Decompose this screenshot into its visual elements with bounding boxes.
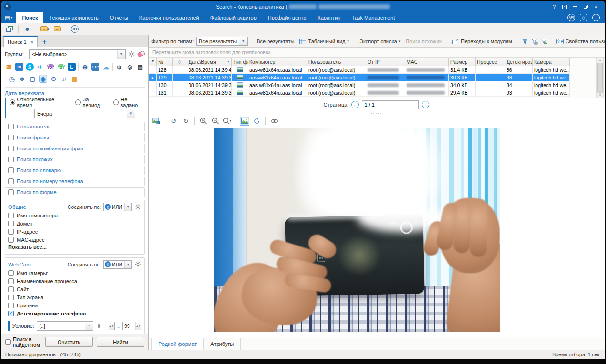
mail-channel-icon[interactable]: ✉ bbox=[5, 63, 13, 71]
column-header-num[interactable]: № bbox=[157, 58, 173, 66]
checkbox-process-name[interactable]: Наименование процесса bbox=[8, 277, 141, 285]
package-icon[interactable]: ◇ bbox=[580, 14, 587, 21]
column-header-size[interactable]: Размер bbox=[449, 58, 476, 66]
condition-operator-select[interactable]: [..] ▼ bbox=[37, 321, 93, 331]
clear-button[interactable]: Очистить bbox=[45, 337, 93, 347]
range-from-stepper[interactable]: 0 ▲▼ bbox=[96, 322, 115, 330]
date-preset-select[interactable]: Вчера ▼ bbox=[34, 109, 135, 118]
rotate-left-button[interactable]: ↺ bbox=[169, 117, 179, 126]
table-row-selected[interactable]: ▸ 129 08.06.2021 14:39:38 aas-w81x64ru.a… bbox=[149, 74, 570, 81]
help-button[interactable]: ? bbox=[549, 3, 559, 10]
zoom-out-button[interactable] bbox=[210, 117, 220, 126]
column-header-star[interactable]: * bbox=[149, 58, 157, 66]
ftp-channel-icon[interactable]: FTP bbox=[91, 63, 99, 71]
tab-native-format[interactable]: Родной формат bbox=[151, 338, 204, 350]
checkbox[interactable] bbox=[8, 278, 14, 284]
filter-by-type-select[interactable]: Все результаты ▼ bbox=[196, 37, 248, 46]
menu-tab-profile-center[interactable]: Профайл центр bbox=[262, 12, 312, 23]
cloud-channel-icon[interactable]: ☁ bbox=[102, 63, 110, 71]
checkbox[interactable] bbox=[8, 146, 14, 151]
column-header-user[interactable]: Пользователь bbox=[307, 58, 366, 66]
microphone-channel-icon[interactable]: ⊙ bbox=[50, 75, 58, 83]
checkbox[interactable] bbox=[8, 189, 14, 195]
checkbox-ip-address[interactable]: IP-адрес bbox=[8, 228, 141, 236]
scroll-down-icon[interactable]: ▼ bbox=[599, 94, 602, 97]
checkbox-reason[interactable]: Причина bbox=[8, 302, 141, 310]
table-row[interactable]: 130 08.06.2021 14:39:36 aas-w81x64ru.aas… bbox=[149, 81, 570, 89]
search-tab-1[interactable]: Поиск 1 × bbox=[3, 36, 38, 47]
filter-computer-icon[interactable] bbox=[531, 38, 538, 45]
zoom-level-button[interactable]: ▾ bbox=[222, 117, 232, 126]
radio-relative-time[interactable]: Относительное время bbox=[10, 97, 69, 108]
webcam-channel-icon[interactable]: ◉ bbox=[39, 75, 47, 83]
join-by-select[interactable]: () ИЛИ ▼ bbox=[103, 203, 132, 211]
telegram-channel-icon[interactable]: ✈ bbox=[36, 63, 44, 71]
spinner-arrows-icon[interactable]: ▲▼ bbox=[135, 322, 141, 330]
checkbox[interactable] bbox=[8, 237, 14, 243]
go-to-modules-button[interactable]: Переходы к модулям bbox=[451, 37, 514, 46]
column-header-type[interactable]: Тип фа bbox=[232, 58, 248, 66]
checkbox[interactable] bbox=[8, 295, 14, 300]
column-header-ip[interactable]: От IP bbox=[366, 58, 405, 66]
save-image-button[interactable] bbox=[151, 117, 161, 126]
export-query-button[interactable]: →▾ bbox=[40, 24, 50, 34]
cascade-windows-button[interactable] bbox=[4, 24, 15, 34]
menu-tab-file-auditor[interactable]: Файловый аудитор bbox=[205, 12, 262, 23]
table-row[interactable]: 128 08.06.2021 14:39:41 aas-w81x64ru.aas… bbox=[149, 66, 570, 74]
checkbox[interactable] bbox=[8, 270, 14, 276]
checkbox-screen-type[interactable]: Тип экрана bbox=[8, 294, 141, 302]
checkbox[interactable] bbox=[8, 229, 14, 235]
image-viewer[interactable]: mi bbox=[149, 127, 605, 338]
im-channel-icon[interactable]: IM bbox=[15, 63, 23, 71]
column-header-mac[interactable]: MAC bbox=[405, 58, 449, 66]
checkbox[interactable] bbox=[5, 339, 11, 345]
radio-period[interactable]: За период bbox=[75, 97, 107, 108]
filter-apply-icon[interactable] bbox=[540, 38, 547, 45]
tab-attributes[interactable]: Атрибуты bbox=[204, 338, 241, 350]
find-button[interactable]: Найти bbox=[97, 337, 144, 347]
info-icon[interactable]: i bbox=[592, 14, 600, 21]
page-input[interactable] bbox=[362, 100, 419, 109]
export-list-button[interactable]: Экспорт списка ▾ bbox=[358, 37, 402, 46]
column-header-process[interactable]: Процесс bbox=[476, 58, 505, 66]
rotate-right-button[interactable]: ↻ bbox=[181, 117, 190, 126]
panel-phrase-search[interactable]: Поиск фразы bbox=[5, 133, 145, 142]
checkbox-camera-name[interactable]: Имя камеры: bbox=[8, 269, 141, 277]
checkbox-computer-name[interactable]: Имя компьютера bbox=[8, 212, 141, 220]
range-to-stepper[interactable]: 99 ▲▼ bbox=[122, 322, 141, 330]
monitor-channel-icon[interactable]: ▢ bbox=[29, 75, 37, 83]
history-channel-icon[interactable]: ◷ bbox=[8, 75, 16, 83]
scroll-up-icon[interactable]: ▲ bbox=[599, 59, 602, 62]
checkbox[interactable] bbox=[8, 221, 14, 226]
panel-user[interactable]: Пользователь bbox=[5, 122, 145, 131]
groups-select[interactable]: <Не выбрано> ▼ bbox=[29, 49, 126, 59]
gear-icon[interactable] bbox=[134, 261, 141, 268]
spinner-arrows-icon[interactable]: ▲▼ bbox=[109, 322, 114, 330]
panel-phrase-combo-search[interactable]: Поиск по комбинации фраз bbox=[5, 144, 145, 153]
panel-phone-number-search[interactable]: Поиск по номеру телефона bbox=[5, 177, 145, 186]
filter-user-icon[interactable] bbox=[521, 38, 528, 45]
whatsapp-channel-icon[interactable]: ☏ bbox=[57, 63, 65, 71]
auto-refresh-button[interactable] bbox=[252, 117, 261, 126]
checkbox[interactable] bbox=[8, 303, 14, 308]
close-button[interactable]: × bbox=[591, 3, 601, 10]
http-channel-icon[interactable]: ⊕ bbox=[81, 63, 89, 71]
group-by-bar[interactable]: Перетащите сюда заголовок поля для групп… bbox=[149, 48, 605, 58]
app-menu-button[interactable]: ▤ ▾ bbox=[1, 12, 16, 23]
import-query-button[interactable]: ← bbox=[52, 24, 62, 34]
checkbox-phone-detection[interactable]: Детектирование телефона bbox=[8, 310, 141, 318]
gear-icon[interactable] bbox=[134, 203, 141, 210]
checkbox-search-in-found[interactable]: Поиск в найденном bbox=[5, 336, 41, 348]
splitter-handle[interactable]: ····· bbox=[149, 111, 605, 115]
preview-visibility-button[interactable] bbox=[269, 117, 279, 126]
pin-window-button[interactable]: ^ bbox=[560, 3, 569, 10]
scrollbar-thumb[interactable] bbox=[597, 63, 603, 93]
panel-form-search[interactable]: Поиск по форме bbox=[5, 187, 145, 197]
prev-page-button[interactable]: ← bbox=[351, 101, 359, 108]
column-header-computer[interactable]: Компьютер bbox=[248, 58, 307, 66]
user-activity-channel-icon[interactable]: ☻ bbox=[18, 75, 26, 83]
printer-channel-icon[interactable]: ▤ bbox=[136, 63, 144, 71]
search-similar-button[interactable]: Поиск похожих bbox=[404, 37, 443, 46]
checkbox-checked[interactable] bbox=[8, 311, 14, 316]
checkbox[interactable] bbox=[8, 157, 14, 162]
